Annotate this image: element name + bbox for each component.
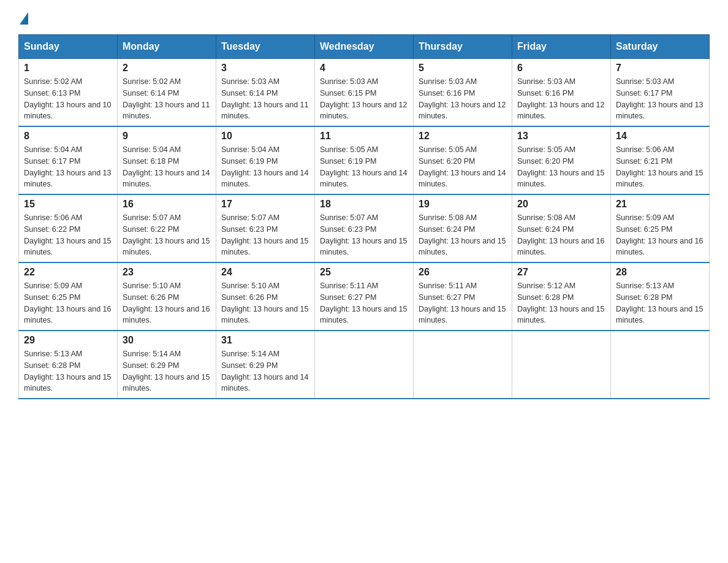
calendar-cell: 31 Sunrise: 5:14 AMSunset: 6:29 PMDaylig… [216,331,315,399]
calendar-cell: 30 Sunrise: 5:14 AMSunset: 6:29 PMDaylig… [118,331,216,399]
calendar-cell: 1 Sunrise: 5:02 AMSunset: 6:13 PMDayligh… [19,59,118,127]
calendar-table: SundayMondayTuesdayWednesdayThursdayFrid… [18,34,710,399]
day-info: Sunrise: 5:09 AMSunset: 6:25 PMDaylight:… [616,212,704,258]
day-number: 29 [24,335,112,346]
day-number: 19 [419,199,507,210]
calendar-header-row: SundayMondayTuesdayWednesdayThursdayFrid… [19,35,710,59]
day-info: Sunrise: 5:06 AMSunset: 6:21 PMDaylight:… [616,144,704,190]
calendar-cell: 22 Sunrise: 5:09 AMSunset: 6:25 PMDaylig… [19,262,118,331]
calendar-cell: 19 Sunrise: 5:08 AMSunset: 6:24 PMDaylig… [414,194,512,262]
day-info: Sunrise: 5:09 AMSunset: 6:25 PMDaylight:… [24,280,112,326]
day-number: 10 [221,131,309,142]
day-info: Sunrise: 5:13 AMSunset: 6:28 PMDaylight:… [24,348,112,394]
weekday-header-thursday: Thursday [414,35,512,59]
calendar-week-row: 15 Sunrise: 5:06 AMSunset: 6:22 PMDaylig… [19,194,710,262]
calendar-cell [414,331,512,399]
day-info: Sunrise: 5:07 AMSunset: 6:23 PMDaylight:… [320,212,408,258]
calendar-cell [512,331,611,399]
calendar-cell: 6 Sunrise: 5:03 AMSunset: 6:16 PMDayligh… [512,59,611,127]
day-info: Sunrise: 5:03 AMSunset: 6:17 PMDaylight:… [616,76,704,122]
calendar-cell: 23 Sunrise: 5:10 AMSunset: 6:26 PMDaylig… [118,262,216,331]
calendar-cell: 4 Sunrise: 5:03 AMSunset: 6:15 PMDayligh… [315,59,414,127]
day-info: Sunrise: 5:07 AMSunset: 6:23 PMDaylight:… [221,212,309,258]
calendar-week-row: 22 Sunrise: 5:09 AMSunset: 6:25 PMDaylig… [19,262,710,331]
calendar-cell: 13 Sunrise: 5:05 AMSunset: 6:20 PMDaylig… [512,126,611,194]
calendar-cell: 27 Sunrise: 5:12 AMSunset: 6:28 PMDaylig… [512,262,611,331]
calendar-cell: 9 Sunrise: 5:04 AMSunset: 6:18 PMDayligh… [118,126,216,194]
calendar-cell: 21 Sunrise: 5:09 AMSunset: 6:25 PMDaylig… [611,194,710,262]
day-number: 26 [419,267,507,278]
day-info: Sunrise: 5:05 AMSunset: 6:19 PMDaylight:… [320,144,408,190]
day-info: Sunrise: 5:03 AMSunset: 6:15 PMDaylight:… [320,76,408,122]
calendar-cell: 8 Sunrise: 5:04 AMSunset: 6:17 PMDayligh… [19,126,118,194]
day-info: Sunrise: 5:04 AMSunset: 6:17 PMDaylight:… [24,144,112,190]
calendar-cell: 14 Sunrise: 5:06 AMSunset: 6:21 PMDaylig… [611,126,710,194]
day-number: 20 [517,199,605,210]
day-number: 9 [123,131,211,142]
calendar-cell: 2 Sunrise: 5:02 AMSunset: 6:14 PMDayligh… [118,59,216,127]
day-number: 17 [221,199,309,210]
calendar-week-row: 8 Sunrise: 5:04 AMSunset: 6:17 PMDayligh… [19,126,710,194]
calendar-cell [315,331,414,399]
logo-triangle-icon [20,12,28,25]
weekday-header-friday: Friday [512,35,611,59]
calendar-cell: 26 Sunrise: 5:11 AMSunset: 6:27 PMDaylig… [414,262,512,331]
day-info: Sunrise: 5:11 AMSunset: 6:27 PMDaylight:… [419,280,507,326]
weekday-header-wednesday: Wednesday [315,35,414,59]
calendar-cell: 28 Sunrise: 5:13 AMSunset: 6:28 PMDaylig… [611,262,710,331]
day-info: Sunrise: 5:07 AMSunset: 6:22 PMDaylight:… [123,212,211,258]
day-number: 12 [419,131,507,142]
day-number: 15 [24,199,112,210]
day-info: Sunrise: 5:14 AMSunset: 6:29 PMDaylight:… [221,348,309,394]
day-info: Sunrise: 5:02 AMSunset: 6:13 PMDaylight:… [24,76,112,122]
calendar-cell: 16 Sunrise: 5:07 AMSunset: 6:22 PMDaylig… [118,194,216,262]
page-header [18,12,710,22]
day-info: Sunrise: 5:03 AMSunset: 6:16 PMDaylight:… [419,76,507,122]
calendar-cell: 24 Sunrise: 5:10 AMSunset: 6:26 PMDaylig… [216,262,315,331]
weekday-header-monday: Monday [118,35,216,59]
day-info: Sunrise: 5:10 AMSunset: 6:26 PMDaylight:… [123,280,211,326]
calendar-cell: 20 Sunrise: 5:08 AMSunset: 6:24 PMDaylig… [512,194,611,262]
calendar-cell: 18 Sunrise: 5:07 AMSunset: 6:23 PMDaylig… [315,194,414,262]
day-number: 21 [616,199,704,210]
day-number: 28 [616,267,704,278]
day-number: 7 [616,63,704,74]
day-info: Sunrise: 5:05 AMSunset: 6:20 PMDaylight:… [419,144,507,190]
day-info: Sunrise: 5:12 AMSunset: 6:28 PMDaylight:… [517,280,605,326]
day-number: 13 [517,131,605,142]
calendar-cell: 5 Sunrise: 5:03 AMSunset: 6:16 PMDayligh… [414,59,512,127]
day-info: Sunrise: 5:03 AMSunset: 6:16 PMDaylight:… [517,76,605,122]
day-number: 8 [24,131,112,142]
day-number: 5 [419,63,507,74]
day-info: Sunrise: 5:02 AMSunset: 6:14 PMDaylight:… [123,76,211,122]
day-number: 2 [123,63,211,74]
day-number: 1 [24,63,112,74]
day-number: 3 [221,63,309,74]
day-number: 11 [320,131,408,142]
day-info: Sunrise: 5:11 AMSunset: 6:27 PMDaylight:… [320,280,408,326]
day-info: Sunrise: 5:06 AMSunset: 6:22 PMDaylight:… [24,212,112,258]
day-info: Sunrise: 5:14 AMSunset: 6:29 PMDaylight:… [123,348,211,394]
day-number: 18 [320,199,408,210]
day-info: Sunrise: 5:13 AMSunset: 6:28 PMDaylight:… [616,280,704,326]
calendar-cell: 17 Sunrise: 5:07 AMSunset: 6:23 PMDaylig… [216,194,315,262]
day-number: 16 [123,199,211,210]
calendar-cell [611,331,710,399]
calendar-cell: 10 Sunrise: 5:04 AMSunset: 6:19 PMDaylig… [216,126,315,194]
day-info: Sunrise: 5:05 AMSunset: 6:20 PMDaylight:… [517,144,605,190]
day-number: 30 [123,335,211,346]
day-info: Sunrise: 5:04 AMSunset: 6:18 PMDaylight:… [123,144,211,190]
day-number: 6 [517,63,605,74]
day-info: Sunrise: 5:04 AMSunset: 6:19 PMDaylight:… [221,144,309,190]
calendar-cell: 15 Sunrise: 5:06 AMSunset: 6:22 PMDaylig… [19,194,118,262]
day-number: 25 [320,267,408,278]
day-number: 27 [517,267,605,278]
day-info: Sunrise: 5:10 AMSunset: 6:26 PMDaylight:… [221,280,309,326]
weekday-header-sunday: Sunday [19,35,118,59]
calendar-cell: 12 Sunrise: 5:05 AMSunset: 6:20 PMDaylig… [414,126,512,194]
day-number: 4 [320,63,408,74]
calendar-cell: 25 Sunrise: 5:11 AMSunset: 6:27 PMDaylig… [315,262,414,331]
day-number: 22 [24,267,112,278]
calendar-week-row: 29 Sunrise: 5:13 AMSunset: 6:28 PMDaylig… [19,331,710,399]
day-info: Sunrise: 5:03 AMSunset: 6:14 PMDaylight:… [221,76,309,122]
